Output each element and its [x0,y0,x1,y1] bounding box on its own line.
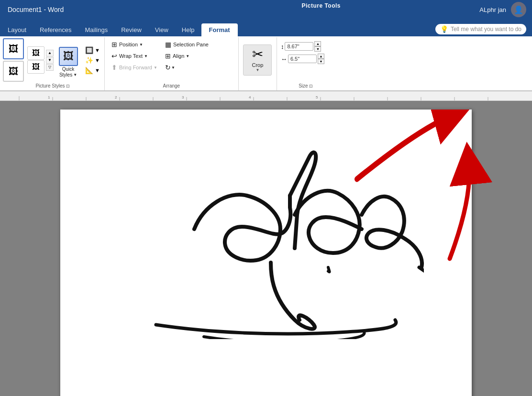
selection-pane-button[interactable]: ▦ Selection Pane [162,39,224,50]
effects-icon: ✨ [85,56,93,64]
group-crop: ✂ Crop ▼ [239,37,277,90]
quick-styles-button[interactable]: 🖼 Quick Styles ▼ [55,41,81,79]
height-input[interactable] [285,42,313,51]
quick-styles-dropdown-icon: ▼ [73,73,77,77]
wrap-text-button[interactable]: ↩ Wrap Text ▼ [109,51,161,61]
crop-button[interactable]: ✂ Crop ▼ [243,44,272,76]
tab-review[interactable]: Review [114,23,148,36]
rotate-icon: ↻ [165,64,171,71]
position-button[interactable]: ⊞ Position ▼ [109,39,161,50]
tab-layout[interactable]: Layout [1,23,33,36]
title-bar: Document1 - Word Picture Tools ALphr jan… [0,0,532,19]
selection-pane-icon: ▦ [165,41,171,48]
lightbulb-icon: 💡 [440,25,448,33]
tab-mailings[interactable]: Mailings [78,23,115,36]
width-spin-down[interactable]: ▼ [318,59,324,64]
search-box[interactable]: 💡 Tell me what you want to do [435,24,526,34]
scroll-up-btn[interactable]: ▲ [46,50,54,56]
canvas-area [0,101,532,396]
pic-style-btn-2[interactable]: 🖼 [27,60,44,74]
border-icon: 🔲 [85,46,93,54]
height-icon: ↕ [281,43,284,50]
crop-label: Crop [252,62,263,68]
align-dropdown-icon: ▼ [186,54,189,58]
align-icon: ⊞ [165,52,171,60]
picture-layout-btn[interactable]: 📐 ▼ [83,66,102,75]
tab-help[interactable]: Help [175,23,201,36]
group-arrange: ⊞ Position ▼ ▦ Selection Pane ↩ Wrap Tex… [105,37,239,90]
wrap-text-icon: ↩ [111,52,117,60]
group-size: ↕ ▲ ▼ ↔ ▲ ▼ Size ⊡ [277,37,334,90]
rotate-button[interactable]: ↻ ▼ [162,62,186,73]
picture-styles-group-label: Picture Styles [35,83,65,88]
tab-references[interactable]: References [33,23,78,36]
picture-border-btn[interactable]: 🔲 ▼ [83,45,102,55]
wrap-dropdown-icon: ▼ [144,54,148,58]
align-button[interactable]: ⊞ Align ▼ [162,51,210,61]
signature-image[interactable] [108,119,424,339]
bring-forward-dropdown-icon: ▼ [154,66,157,70]
scroll-expand-btn[interactable]: ▽ [46,64,54,71]
quick-styles-label: Quick [62,66,75,72]
ribbon: 🖼 🖼 🖼 🖼 ▲ ▼ ▽ 🖼 Quick Styles ▼ [0,36,532,91]
tab-format[interactable]: Format [201,23,238,36]
tab-bar: Layout References Mailings Review View H… [0,19,532,36]
dialog-launcher-size[interactable]: ⊡ [309,84,313,88]
dialog-launcher-picture-styles[interactable]: ⊡ [66,84,70,88]
bring-forward-button[interactable]: ⬆ Bring Forward ▼ [109,62,161,73]
quick-styles-label2: Styles [59,72,72,77]
width-input[interactable] [288,55,317,63]
crop-icon: ✂ [252,48,263,61]
position-icon: ⊞ [111,41,117,48]
picture-style-preview-1[interactable]: 🖼 [3,38,24,59]
height-spin-up[interactable]: ▲ [314,41,321,46]
group-picture-styles: 🖼 🖼 🖼 🖼 ▲ ▼ ▽ 🖼 Quick Styles ▼ [1,37,105,90]
user-area: ALphr jan 👤 [479,2,532,17]
layout-icon: 📐 [85,66,93,74]
word-page [60,110,472,396]
search-placeholder: Tell me what you want to do [451,26,521,33]
pic-style-btn-1[interactable]: 🖼 [27,46,44,60]
arrange-group-label: Arrange [163,83,180,88]
width-icon: ↔ [281,55,287,63]
user-avatar[interactable]: 👤 [511,2,526,17]
height-spin-down[interactable]: ▼ [314,46,321,52]
scroll-down-btn[interactable]: ▼ [46,57,54,64]
picture-effects-btn[interactable]: ✨ ▼ [83,55,102,65]
picture-style-preview-2[interactable]: 🖼 [3,61,24,82]
position-dropdown-icon: ▼ [139,43,143,47]
tab-view[interactable]: View [148,23,175,36]
user-name: ALphr jan [479,6,506,13]
picture-tools-area: Picture Tools [301,1,341,10]
width-spin-up[interactable]: ▲ [318,54,324,59]
crop-dropdown-icon: ▼ [255,68,259,72]
picture-tools-label: Picture Tools [301,2,341,9]
size-group-label: Size [299,83,308,88]
doc-title: Document1 - Word [8,6,64,13]
bring-forward-icon: ⬆ [111,64,117,71]
ruler: 1 2 3 4 5 [0,91,532,101]
